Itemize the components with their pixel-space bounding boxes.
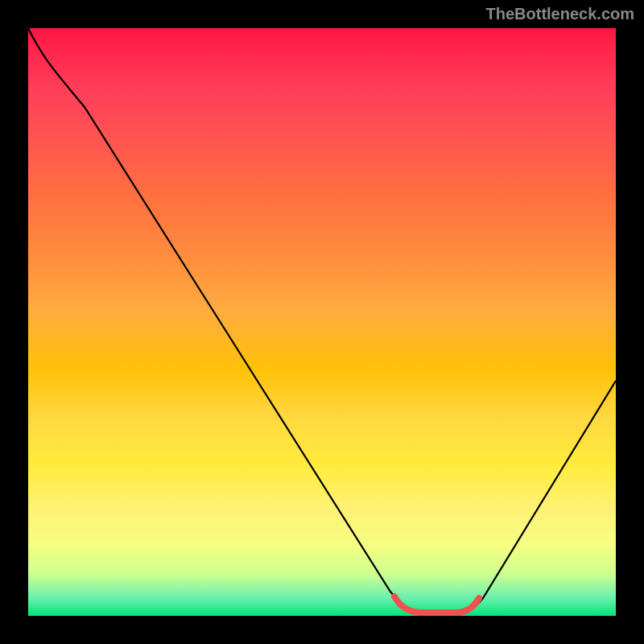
- chart-plot-area: [28, 28, 616, 616]
- watermark-text: TheBottleneck.com: [486, 5, 634, 23]
- gradient-background: [28, 28, 616, 616]
